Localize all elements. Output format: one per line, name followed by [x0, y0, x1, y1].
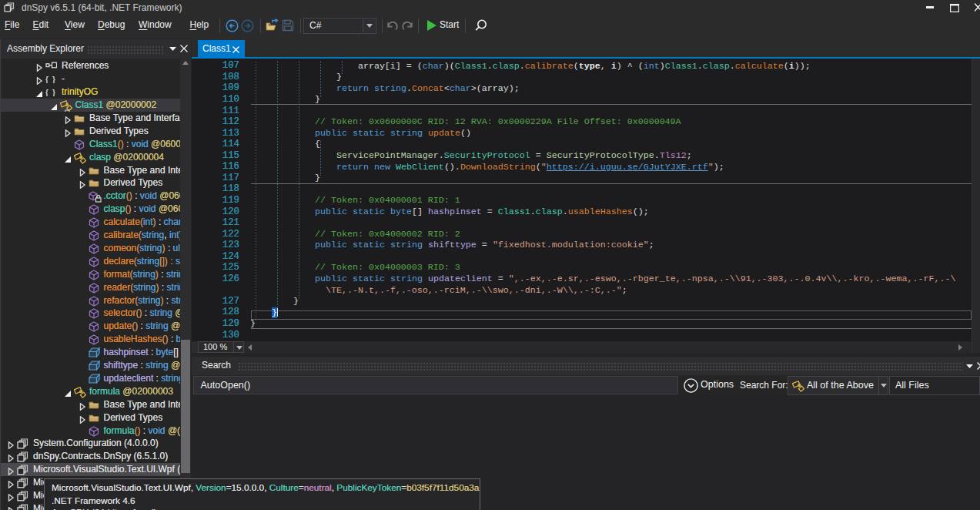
svg-text:{: {	[45, 88, 48, 97]
svg-text:}: }	[52, 88, 55, 97]
svg-text:{: {	[45, 75, 48, 84]
svg-text:}: }	[52, 75, 55, 84]
